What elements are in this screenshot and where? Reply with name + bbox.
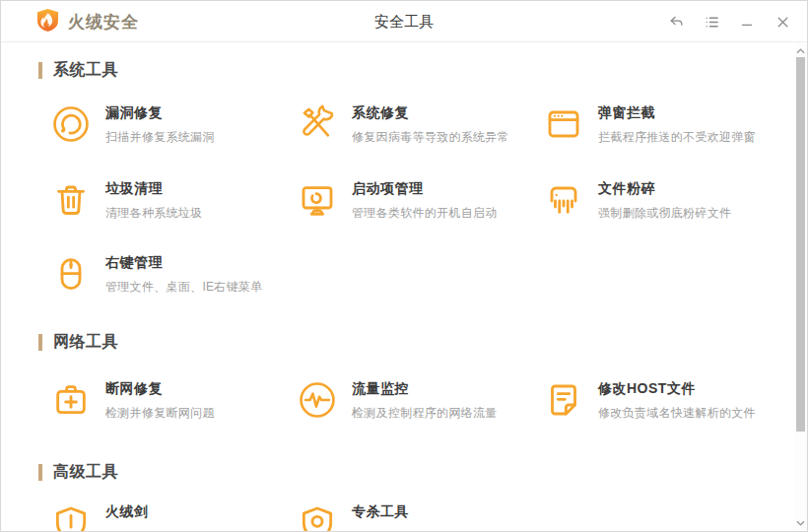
tool-title: 系统修复 (352, 104, 509, 122)
tool-item-traffic-monitor[interactable]: 流量监控 检测及控制程序的网络流量 (297, 378, 537, 426)
tool-item-context-menu[interactable]: 右键管理 管理文件、桌面、IE右键菜单 (50, 252, 291, 299)
tool-title: 文件粉碎 (598, 180, 731, 198)
menu-list-icon[interactable] (701, 11, 722, 33)
huorong-sword-icon (50, 501, 92, 532)
section-title: 系统工具 (53, 60, 118, 81)
file-shredder-icon (543, 178, 584, 222)
section-title: 高级工具 (53, 462, 118, 483)
tool-desc: 检测及控制程序的网络流量 (352, 405, 498, 422)
section-bar (38, 334, 42, 351)
tool-item-system-repair[interactable]: 系统修复 修复因病毒等导致的系统异常 (297, 102, 537, 150)
section-title: 网络工具 (53, 332, 118, 353)
traffic-monitor-icon (297, 378, 338, 422)
network-repair-icon (50, 378, 92, 422)
tool-desc: 强制删除或彻底粉碎文件 (598, 205, 731, 222)
tool-item-file-shredder[interactable]: 文件粉碎 强制删除或彻底粉碎文件 (543, 178, 783, 226)
tool-item-popup-block[interactable]: 弹窗拦截 拦截程序推送的不受欢迎弹窗 (543, 102, 783, 150)
tool-title: 流量监控 (352, 380, 498, 398)
tool-title: 右键管理 (105, 254, 263, 272)
tools-page: 系统工具 漏洞修复 扫描并修复系统漏洞 系统修复 修复因病毒等导致的系统异常 (1, 43, 794, 531)
tool-title: 火绒剑 (105, 503, 149, 521)
system-repair-icon (297, 102, 338, 146)
tool-title: 垃圾清理 (105, 180, 202, 198)
tool-desc: 扫描并修复系统漏洞 (105, 129, 215, 146)
tool-item-vulnerability-fix[interactable]: 漏洞修复 扫描并修复系统漏洞 (50, 102, 291, 150)
tool-title: 漏洞修复 (105, 104, 215, 122)
tool-item-huorong-sword[interactable]: 火绒剑 (50, 501, 291, 532)
startup-manager-icon (297, 178, 338, 222)
tool-desc: 管理文件、桌面、IE右键菜单 (105, 279, 263, 296)
tool-title: 修改HOST文件 (598, 380, 756, 398)
junk-clean-icon (50, 178, 92, 222)
section-bar (38, 62, 42, 79)
tool-desc: 修改负责域名快速解析的文件 (598, 405, 756, 422)
special-kill-icon (297, 501, 338, 532)
huorong-security-window: { "titlebar": { "app_name": "火绒安全", "pag… (0, 0, 808, 532)
huorong-logo-icon (36, 8, 59, 36)
section-header-network: 网络工具 (38, 332, 118, 352)
tool-title: 专杀工具 (352, 503, 409, 521)
vulnerability-fix-icon (50, 102, 92, 146)
minimize-icon[interactable] (736, 11, 758, 33)
app-name: 火绒安全 (68, 11, 139, 33)
tool-desc: 检测并修复断网问题 (105, 405, 215, 422)
popup-block-icon (543, 102, 584, 146)
host-file-icon (543, 378, 584, 422)
app-brand: 火绒安全 (36, 1, 139, 42)
tool-item-junk-clean[interactable]: 垃圾清理 清理各种系统垃圾 (50, 178, 291, 226)
scrollbar-thumb[interactable] (796, 57, 805, 432)
tool-title: 启动项管理 (352, 180, 498, 198)
tool-desc: 管理各类软件的开机自启动 (352, 205, 498, 222)
section-header-advanced: 高级工具 (38, 462, 118, 482)
tool-desc: 清理各种系统垃圾 (105, 205, 202, 222)
titlebar: 火绒安全 安全工具 (1, 1, 807, 42)
scroll-up-icon[interactable] (794, 45, 807, 57)
tool-desc: 修复因病毒等导致的系统异常 (352, 129, 509, 146)
tool-item-network-repair[interactable]: 断网修复 检测并修复断网问题 (50, 378, 291, 426)
tool-item-startup-manager[interactable]: 启动项管理 管理各类软件的开机自启动 (297, 178, 537, 226)
section-header-system: 系统工具 (38, 60, 118, 80)
scroll-down-icon[interactable] (794, 517, 807, 529)
tool-title: 弹窗拦截 (598, 104, 756, 122)
back-icon[interactable] (665, 11, 687, 33)
section-bar (38, 464, 42, 481)
tool-desc: 拦截程序推送的不受欢迎弹窗 (598, 129, 756, 146)
close-icon[interactable] (772, 11, 793, 33)
context-menu-icon (50, 252, 92, 296)
tool-item-special-kill[interactable]: 专杀工具 (297, 501, 537, 532)
tool-item-host-file[interactable]: 修改HOST文件 修改负责域名快速解析的文件 (543, 378, 783, 426)
tool-title: 断网修复 (105, 380, 215, 398)
titlebar-controls (665, 1, 793, 42)
scrollbar (794, 43, 807, 531)
